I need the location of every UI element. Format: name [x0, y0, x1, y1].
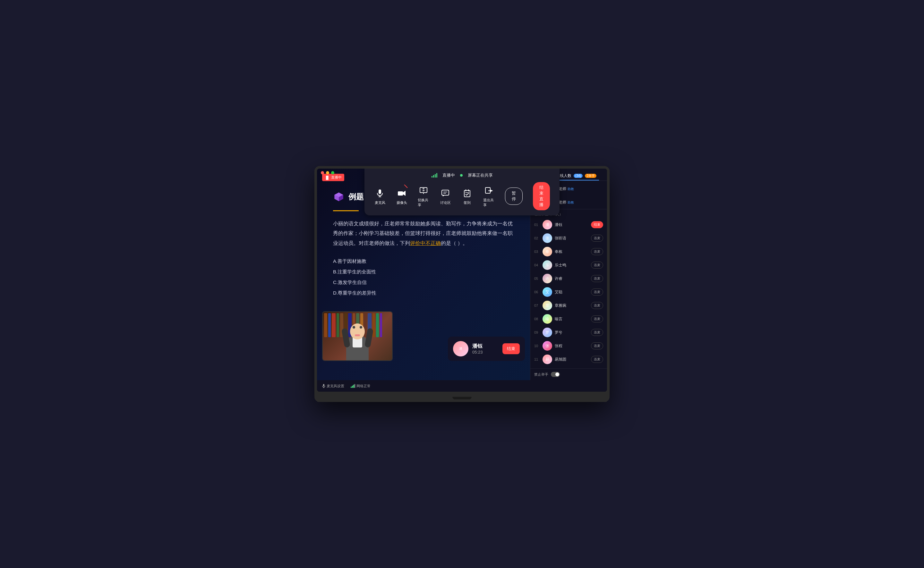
teacher-name-1: 张老师助教 [555, 186, 603, 192]
student-row-2: 02 张 张听语 连麦 [530, 231, 607, 245]
toolbar-buttons-row: 麦克风 摄像头 [374, 182, 550, 210]
hand-toggle[interactable] [551, 372, 560, 377]
screen-share-dot [460, 174, 463, 177]
toolbar-status-bar: 直播中 屏幕正在共享 [374, 172, 550, 178]
laptop-base [317, 394, 607, 402]
student-7-mic-btn[interactable]: 连麦 [591, 302, 603, 309]
student-row-9: 09 罗 罗兮 连麦 [530, 326, 607, 339]
svg-rect-21 [323, 384, 324, 386]
mic-status[interactable]: 麦克风设置 [322, 384, 344, 388]
student-row-5: 05 许 许睿 连麦 [530, 272, 607, 285]
switch-share-button[interactable]: 切换共享 [418, 185, 429, 207]
fullscreen-btn[interactable] [331, 171, 334, 174]
svg-rect-26 [353, 385, 354, 388]
student-4-mic-btn[interactable]: 连麦 [591, 261, 603, 269]
sidebar-footer: 禁止举手 [530, 368, 607, 380]
caller-info: 潘钰 05:23 [472, 343, 498, 355]
option-a: A.善于因材施教 [333, 256, 517, 266]
option-c: C.激发学生自信 [333, 277, 517, 287]
student-8-mic-btn[interactable]: 连麦 [591, 316, 603, 322]
camera-preview [322, 311, 393, 361]
svg-rect-0 [379, 189, 381, 194]
minimize-btn[interactable] [326, 171, 329, 174]
student-2-mic-btn[interactable]: 连麦 [591, 235, 603, 242]
laptop-screen: 直播中 屏幕正在共享 麦克风 [317, 169, 607, 392]
student-row-1: 01 潘 潘钰 结束 [530, 218, 607, 231]
end-live-button[interactable]: 结束直播 [533, 182, 550, 210]
tab-online[interactable]: 在线人数 (34) 2举手 [553, 172, 599, 180]
pause-button[interactable]: 暂停 [505, 187, 523, 205]
slide-title-text: 例题 [348, 192, 364, 202]
student-1-end-btn[interactable]: 结束 [591, 221, 603, 228]
caller-time: 05:23 [472, 350, 498, 355]
slide-divider [333, 210, 359, 211]
student-row-7: 07 章 章雅琬 连麦 [530, 299, 607, 312]
mic-call-card: 潘 潘钰 05:23 结束 [448, 337, 525, 361]
quit-share-button[interactable]: 退出共享 [483, 185, 495, 207]
network-status: 网络正常 [351, 384, 371, 388]
student-row-3: 03 奉 奉栋 连麦 [530, 245, 607, 258]
footer-label: 禁止举手 [534, 372, 548, 377]
live-badge: ▐▌ 直播中 [322, 174, 344, 181]
student-5-mic-btn[interactable]: 连麦 [591, 275, 603, 282]
discuss-button[interactable]: 讨论区 [439, 187, 451, 205]
student-10-mic-btn[interactable]: 连麦 [591, 342, 603, 349]
caller-name: 潘钰 [472, 343, 498, 350]
option-b: B.注重学生的全面性 [333, 266, 517, 277]
close-btn[interactable] [321, 171, 324, 174]
option-d: D.尊重学生的差异性 [333, 287, 517, 298]
checkin-button[interactable]: 签到 [461, 187, 473, 205]
student-row-11: 11 易 易旭固 连麦 [530, 353, 607, 366]
student-row-10: 10 张 张程 连麦 [530, 339, 607, 353]
student-6-mic-btn[interactable]: 连麦 [591, 289, 603, 296]
student-row-4: 04 乐 乐士鸣 连麦 [530, 258, 607, 272]
svg-marker-4 [403, 191, 406, 196]
highlight-text: 评价中不正确 [410, 240, 441, 246]
svg-rect-25 [352, 385, 353, 388]
svg-rect-24 [351, 387, 351, 388]
floating-toolbar: 直播中 屏幕正在共享 麦克风 [365, 169, 559, 215]
camera-button[interactable]: 摄像头 [396, 187, 407, 205]
svg-rect-8 [442, 190, 449, 195]
student-row-8: 08 喻 喻言 连麦 [530, 312, 607, 326]
student-row-6: 06 艾 艾聪 连麦 [530, 285, 607, 299]
window-controls [321, 171, 334, 174]
caller-avatar: 潘 [453, 341, 468, 357]
end-call-button[interactable]: 结束 [503, 343, 520, 354]
slide-body: 小丽的语文成绩很好，庄老师常常鼓励她多阅读、勤写作，力争将来成为一名优秀的作家；… [333, 219, 517, 248]
svg-rect-11 [464, 190, 470, 197]
status-bar: 麦克风设置 网络正常 [317, 380, 607, 392]
student-11-mic-btn[interactable]: 连麦 [591, 356, 603, 363]
svg-rect-27 [354, 384, 355, 388]
hand-badge: 2举手 [585, 174, 597, 178]
teacher-name-2: 孙老师助教 [555, 200, 603, 205]
laptop-notch [452, 397, 472, 399]
laptop-outer: 直播中 屏幕正在共享 麦克风 [314, 166, 610, 402]
mic-button[interactable]: 麦克风 [374, 187, 386, 205]
slide-options: A.善于因材施教 B.注重学生的全面性 C.激发学生自信 D.尊重学生的差异性 [333, 256, 517, 298]
live-status-text: 直播中 [442, 172, 455, 178]
online-count-badge: (34) [574, 174, 583, 178]
screen-share-text: 屏幕正在共享 [468, 172, 493, 178]
student-3-mic-btn[interactable]: 连麦 [591, 248, 603, 255]
signal-icon [432, 173, 437, 178]
svg-rect-3 [398, 191, 403, 195]
student-9-mic-btn[interactable]: 连麦 [591, 329, 603, 336]
